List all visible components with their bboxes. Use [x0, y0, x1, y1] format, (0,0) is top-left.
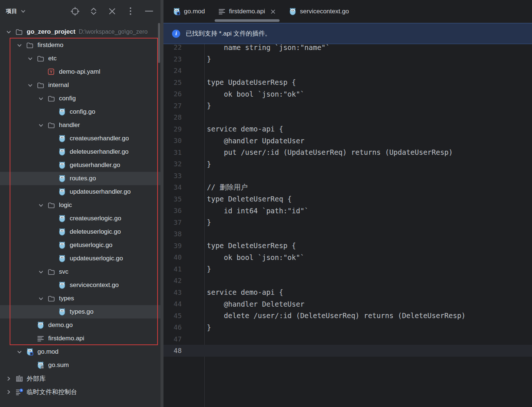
- code-line-35[interactable]: 35type DeleteUserReq {: [163, 193, 532, 205]
- code-text[interactable]: // 删除用户: [182, 183, 248, 192]
- tree-item-types.go[interactable]: types.go: [0, 305, 161, 318]
- code-text[interactable]: service demo-api {: [182, 125, 283, 133]
- code-text[interactable]: }: [182, 323, 211, 331]
- collapse-all-icon[interactable]: [107, 6, 117, 16]
- code-editor[interactable]: 22 name string `json:"name"`23}2425type …: [163, 44, 532, 407]
- project-tree-scrollbar[interactable]: [158, 23, 160, 63]
- code-line-41[interactable]: 41}: [163, 263, 532, 275]
- chevron-down-icon[interactable]: [38, 96, 48, 101]
- tree-item-internal[interactable]: internal: [0, 79, 161, 92]
- tree-item-deleteuserlogic.go[interactable]: deleteuserlogic.go: [0, 225, 161, 238]
- code-line-23[interactable]: 23}: [163, 53, 532, 65]
- code-text[interactable]: type DeleteUserReq {: [182, 195, 292, 203]
- project-panel-title[interactable]: 项目: [6, 8, 17, 15]
- code-text[interactable]: delete /user/:id (DeleteUserReq) returns…: [182, 311, 466, 320]
- locate-file-icon[interactable]: [70, 6, 80, 16]
- chevron-right-icon[interactable]: [6, 376, 16, 381]
- code-line-32[interactable]: 32}: [163, 158, 532, 170]
- code-text[interactable]: ok bool `json:"ok"`: [182, 90, 304, 98]
- code-text[interactable]: ok bool `json:"ok"`: [182, 253, 304, 261]
- code-line-38[interactable]: 38: [163, 228, 532, 240]
- chevron-down-icon[interactable]: [17, 349, 26, 355]
- tree-item-firstdemo.api[interactable]: firstdemo.api: [0, 332, 161, 345]
- code-line-48[interactable]: 48: [163, 345, 532, 357]
- code-text[interactable]: }: [182, 101, 211, 110]
- tree-item-config.go[interactable]: config.go: [0, 105, 161, 119]
- code-text[interactable]: put /user/:id (UpdateUserReq) returns (U…: [182, 148, 453, 156]
- code-line-37[interactable]: 37}: [163, 217, 532, 228]
- code-line-40[interactable]: 40 ok bool `json:"ok"`: [163, 251, 532, 263]
- code-text[interactable]: @handler DeleteUser: [182, 300, 304, 308]
- code-text[interactable]: type UpdateUserResp {: [182, 78, 296, 86]
- code-text[interactable]: @handler UpdateUser: [182, 137, 304, 145]
- chevron-down-icon[interactable]: [38, 296, 48, 301]
- code-line-30[interactable]: 30 @handler UpdateUser: [163, 135, 532, 147]
- tree-item-createuserlogic.go[interactable]: createuserlogic.go: [0, 212, 161, 225]
- code-line-42[interactable]: 42: [163, 275, 532, 287]
- code-text[interactable]: }: [182, 265, 211, 273]
- tree-item-types[interactable]: types: [0, 292, 161, 305]
- tree-item-getuserhandler.go[interactable]: getuserhandler.go: [0, 159, 161, 172]
- code-text[interactable]: }: [182, 55, 211, 63]
- code-line-31[interactable]: 31 put /user/:id (UpdateUserReq) returns…: [163, 147, 532, 159]
- tree-item-外部库[interactable]: 外部库: [0, 372, 161, 385]
- chevron-right-icon[interactable]: [6, 389, 16, 395]
- tree-item-updateuserlogic.go[interactable]: updateuserlogic.go: [0, 252, 161, 265]
- code-text[interactable]: name string `json:"name"`: [182, 44, 330, 51]
- chevron-down-icon[interactable]: [38, 269, 48, 275]
- chevron-down-icon[interactable]: [38, 123, 48, 128]
- code-line-46[interactable]: 46}: [163, 321, 532, 333]
- code-text[interactable]: id int64 `path:"id"`: [182, 207, 309, 215]
- close-tab-icon[interactable]: [270, 9, 276, 14]
- code-line-27[interactable]: 27}: [163, 100, 532, 112]
- editor-tab-servicecontext.go[interactable]: servicecontext.go: [282, 0, 356, 23]
- chevron-down-icon[interactable]: [20, 9, 26, 14]
- tree-item-demo-api.yaml[interactable]: Ydemo-api.yaml: [0, 65, 161, 79]
- chevron-down-icon[interactable]: [38, 203, 48, 208]
- code-text[interactable]: service demo-api {: [182, 288, 283, 296]
- code-line-29[interactable]: 29service demo-api {: [163, 123, 532, 135]
- tree-item-config[interactable]: config: [0, 92, 161, 105]
- tree-item-go.mod[interactable]: go.mod: [0, 345, 161, 358]
- chevron-down-icon[interactable]: [6, 29, 16, 35]
- code-line-22[interactable]: 22 name string `json:"name"`: [163, 44, 532, 53]
- tree-item-etc[interactable]: etc: [0, 52, 161, 65]
- editor-tab-go.mod[interactable]: go.mod: [166, 0, 212, 23]
- code-line-45[interactable]: 45 delete /user/:id (DeleteUserReq) retu…: [163, 310, 532, 322]
- tree-item-servicecontext.go[interactable]: servicecontext.go: [0, 278, 161, 292]
- tree-item-handler[interactable]: handler: [0, 119, 161, 132]
- code-text[interactable]: }: [182, 218, 211, 226]
- tree-item-routes.go[interactable]: routes.go: [0, 172, 161, 185]
- tree-item-临时文件和控制台[interactable]: 临时文件和控制台: [0, 385, 161, 398]
- editor-tab-firstdemo.api[interactable]: firstdemo.api: [212, 0, 282, 23]
- code-line-43[interactable]: 43service demo-api {: [163, 287, 532, 298]
- code-line-39[interactable]: 39type DeleteUserResp {: [163, 240, 532, 252]
- tree-item-updateuserhandler.go[interactable]: updateuserhandler.go: [0, 185, 161, 199]
- code-line-44[interactable]: 44 @handler DeleteUser: [163, 298, 532, 310]
- chevron-down-icon[interactable]: [27, 83, 37, 88]
- hide-panel-icon[interactable]: [144, 6, 154, 16]
- code-text[interactable]: }: [182, 160, 211, 168]
- code-text[interactable]: type DeleteUserResp {: [182, 241, 296, 250]
- code-line-25[interactable]: 25type UpdateUserResp {: [163, 77, 532, 89]
- tree-item-go.sum[interactable]: go.sum: [0, 358, 161, 372]
- expand-all-icon[interactable]: [89, 6, 98, 16]
- code-line-26[interactable]: 26 ok bool `json:"ok"`: [163, 88, 532, 100]
- chevron-down-icon[interactable]: [17, 43, 26, 48]
- code-line-47[interactable]: 47: [163, 333, 532, 345]
- tree-item-firstdemo[interactable]: firstdemo: [0, 39, 161, 52]
- code-line-34[interactable]: 34// 删除用户: [163, 181, 532, 193]
- panel-splitter[interactable]: [161, 0, 163, 407]
- tree-item-deleteuserhandler.go[interactable]: deleteuserhandler.go: [0, 145, 161, 159]
- code-line-28[interactable]: 28: [163, 111, 532, 123]
- tree-item-getuserlogic.go[interactable]: getuserlogic.go: [0, 238, 161, 252]
- tree-item-createuserhandler.go[interactable]: createuserhandler.go: [0, 132, 161, 145]
- tree-item-logic[interactable]: logic: [0, 199, 161, 212]
- code-line-24[interactable]: 24: [163, 65, 532, 77]
- code-line-33[interactable]: 33: [163, 170, 532, 182]
- tree-item-svc[interactable]: svc: [0, 265, 161, 278]
- tree-item-demo.go[interactable]: demo.go: [0, 318, 161, 332]
- chevron-down-icon[interactable]: [27, 56, 37, 61]
- more-options-icon[interactable]: [126, 6, 135, 16]
- code-line-36[interactable]: 36 id int64 `path:"id"`: [163, 205, 532, 217]
